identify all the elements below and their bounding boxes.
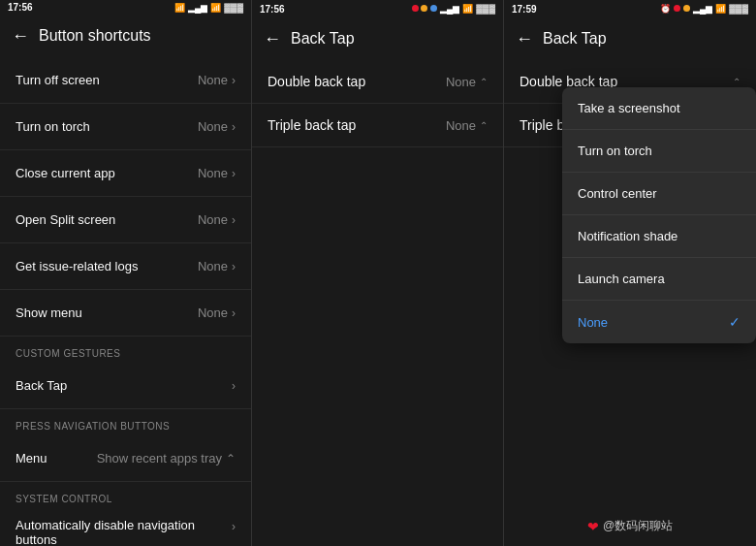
alarm-icon: ⏰ [660, 4, 671, 14]
panel-back-tap: 17:56 ▂▄▆ 📶 ▓▓▓ ← Back Tap Double back t… [252, 0, 504, 546]
chevron-right-icon: › [232, 260, 236, 273]
item-label: Back Tap [16, 378, 67, 393]
item-label: Get issue-related logs [16, 259, 138, 273]
item-value: None › [198, 305, 236, 320]
row-double-back-tap[interactable]: Double back tap None ⌃ [252, 60, 503, 104]
list-item-get-issue-logs[interactable]: Get issue-related logs None › [0, 243, 251, 290]
status-icons-1: 📶 ▂▄▆ 📶 ▓▓▓ [174, 3, 243, 13]
status-icons-2: ▂▄▆ 📶 ▓▓▓ [412, 4, 495, 14]
back-button-2[interactable]: ← [264, 29, 281, 49]
dropdown-item-turn-on-torch[interactable]: Turn on torch [562, 130, 756, 173]
chevron-right-icon: › [232, 120, 236, 134]
status-icons-3: ⏰ ▂▄▆ 📶 ▓▓▓ [660, 4, 748, 14]
chevron-right-icon: › [232, 74, 236, 87]
dropdown-item-label: Notification shade [578, 229, 677, 243]
row-label: Double back tap [268, 74, 365, 89]
status-time-3: 17:59 [512, 4, 537, 15]
dropdown-item-launch-camera[interactable]: Launch camera [562, 258, 756, 301]
chevron-right-icon: ⌃ [226, 452, 236, 466]
dropdown-menu: Take a screenshot Turn on torch Control … [562, 87, 756, 343]
checkmark-icon: ✓ [729, 314, 740, 330]
item-label: Turn off screen [16, 73, 100, 87]
header-2: ← Back Tap [252, 17, 503, 60]
wifi-icon: 📶 [715, 4, 726, 14]
weibo-icon: ❤ [587, 519, 599, 534]
back-button-3[interactable]: ← [516, 29, 533, 49]
dropdown-item-label: Control center [578, 186, 657, 201]
chevron-down-icon: ⌃ [480, 120, 488, 131]
chevron-right-icon: › [232, 167, 236, 180]
item-value: None › [198, 119, 236, 134]
battery-icon: ▓▓▓ [476, 4, 495, 14]
status-bar-3: 17:59 ⏰ ▂▄▆ 📶 ▓▓▓ [504, 0, 756, 17]
item-value: › [232, 379, 236, 393]
list-item-turn-off-screen[interactable]: Turn off screen None › [0, 57, 251, 104]
notification-dots [412, 4, 437, 14]
chevron-down-icon: ⌃ [480, 77, 488, 87]
page-title-3: Back Tap [543, 30, 607, 48]
status-bar-2: 17:56 ▂▄▆ 📶 ▓▓▓ [252, 0, 503, 17]
list-item-close-current-app[interactable]: Close current app None › [0, 150, 251, 197]
list-item-show-menu[interactable]: Show menu None › [0, 290, 251, 337]
row-value: None ⌃ [446, 75, 488, 89]
signal-icon: ▂▄▆ [440, 4, 459, 14]
page-title-1: Button shortcuts [39, 27, 151, 45]
header-1: ← Button shortcuts [0, 15, 251, 57]
dropdown-item-none[interactable]: None ✓ [562, 301, 756, 343]
item-label: Close current app [16, 166, 115, 180]
chevron-right-icon: › [232, 520, 236, 533]
dropdown-item-control-center[interactable]: Control center [562, 173, 756, 215]
status-time-2: 17:56 [260, 4, 285, 15]
row-value: None ⌃ [446, 118, 488, 133]
status-bar-1: 17:56 📶 ▂▄▆ 📶 ▓▓▓ [0, 0, 251, 15]
item-label: Automatically disable navigation buttons [16, 518, 232, 546]
wifi-icon: 📶 [210, 3, 221, 13]
row-value: ⌃ [733, 77, 740, 87]
section-nav-buttons: PRESS NAVIGATION BUTTONS [0, 409, 251, 435]
row-triple-back-tap[interactable]: Triple back tap None ⌃ [252, 104, 503, 147]
dropdown-item-label: Take a screenshot [578, 101, 680, 115]
item-label: Show menu [16, 305, 82, 320]
signal-icon: ▂▄▆ [693, 4, 712, 14]
dropdown-item-take-screenshot[interactable]: Take a screenshot [562, 87, 756, 130]
page-title-2: Back Tap [291, 30, 355, 48]
section-custom-gestures: CUSTOM GESTURES [0, 337, 251, 363]
list-item-back-tap[interactable]: Back Tap › [0, 363, 251, 409]
item-label: Turn on torch [16, 119, 90, 134]
item-value: None › [198, 259, 236, 273]
status-time-1: 17:56 [8, 2, 33, 13]
watermark: ❤ @数码闲聊站 [587, 518, 673, 534]
row-label: Triple back tap [268, 117, 356, 133]
dropdown-item-label: Launch camera [578, 272, 665, 286]
item-value: None › [198, 166, 236, 180]
panel-back-tap-dropdown: 17:59 ⏰ ▂▄▆ 📶 ▓▓▓ ← Back Tap Double back… [504, 0, 756, 546]
list-item-auto-disable-nav[interactable]: Automatically disable navigation buttons… [0, 508, 251, 546]
list-item-open-split-screen[interactable]: Open Split screen None › [0, 197, 251, 243]
header-3: ← Back Tap [504, 17, 756, 60]
back-button-1[interactable]: ← [12, 26, 29, 47]
list-item-menu[interactable]: Menu Show recent apps tray ⌃ [0, 435, 251, 482]
signal-icon: ▂▄▆ [188, 3, 207, 13]
notification-dots [674, 4, 690, 14]
bluetooth-icon: 📶 [174, 3, 185, 13]
chevron-down-icon: ⌃ [733, 77, 740, 87]
item-value: None › [198, 73, 236, 87]
wifi-icon: 📶 [462, 4, 473, 14]
dropdown-item-label: None [578, 315, 608, 330]
list-item-turn-on-torch[interactable]: Turn on torch None › [0, 104, 251, 150]
item-label: Open Split screen [16, 212, 115, 227]
section-system-control: SYSTEM CONTROL [0, 482, 251, 508]
item-value: Show recent apps tray ⌃ [97, 451, 236, 466]
battery-icon: ▓▓▓ [224, 3, 243, 13]
chevron-right-icon: › [232, 379, 236, 393]
dropdown-item-label: Turn on torch [578, 144, 652, 158]
chevron-right-icon: › [232, 306, 236, 320]
chevron-right-icon: › [232, 213, 236, 227]
item-label: Menu [16, 451, 47, 466]
item-value: None › [198, 212, 236, 227]
panel-button-shortcuts: 17:56 📶 ▂▄▆ 📶 ▓▓▓ ← Button shortcuts Tur… [0, 0, 252, 546]
dropdown-item-notification-shade[interactable]: Notification shade [562, 215, 756, 258]
watermark-text: @数码闲聊站 [603, 518, 673, 534]
battery-icon: ▓▓▓ [729, 4, 748, 14]
